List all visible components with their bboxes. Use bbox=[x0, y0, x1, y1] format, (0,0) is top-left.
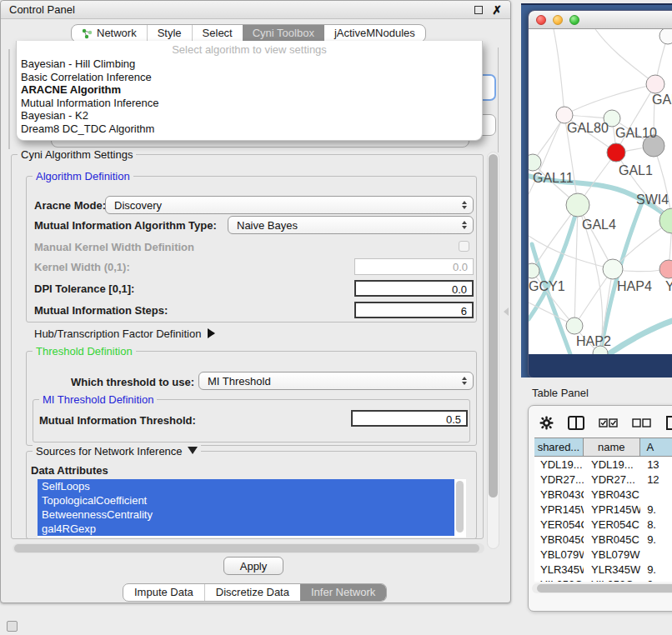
gear-icon[interactable] bbox=[539, 416, 554, 430]
sources-legend: Sources for Network Inference bbox=[36, 445, 183, 458]
sources-disclosure[interactable]: Sources for Network Inference bbox=[33, 445, 201, 458]
network-node-gal1[interactable] bbox=[607, 143, 625, 162]
attribute-list-item[interactable]: SelfLoops bbox=[38, 479, 454, 493]
network-node-gcy1[interactable] bbox=[529, 263, 539, 278]
float-panel-icon[interactable] bbox=[474, 6, 483, 14]
mi-algorithm-type-value: Naive Bayes bbox=[237, 219, 298, 232]
splitpane-collapse-handle[interactable] bbox=[504, 308, 509, 316]
node-label: GAL1 bbox=[619, 163, 653, 178]
network-node-gal[interactable] bbox=[646, 75, 664, 93]
tab-impute-data[interactable]: Impute Data bbox=[123, 584, 204, 601]
table-row[interactable]: YDL19...YDL19...13 bbox=[534, 457, 672, 472]
attributes-scrollbar-thumb[interactable] bbox=[456, 481, 464, 532]
tab-jactivemnodules[interactable]: jActiveMNodules bbox=[324, 25, 425, 42]
algorithm-option[interactable]: Basic Correlation Inference bbox=[17, 71, 482, 84]
kernel-width-field[interactable]: 0.0 bbox=[354, 258, 474, 275]
tab-discretize-data[interactable]: Discretize Data bbox=[204, 584, 300, 601]
mac-zoom-icon[interactable] bbox=[569, 15, 579, 25]
docked-panel-icon[interactable] bbox=[7, 621, 18, 632]
table-panel-window: shared... name A YDL19...YDL19...13YDR27… bbox=[528, 405, 672, 612]
dpi-tolerance-field[interactable]: 0.0 bbox=[354, 280, 474, 297]
table-cell: YLR345W bbox=[534, 563, 584, 576]
split-columns-icon[interactable] bbox=[568, 416, 584, 430]
table-cell: 13 bbox=[640, 458, 672, 471]
table-row[interactable]: YDR27...YDR27...12 bbox=[534, 472, 672, 487]
deselect-all-checkboxes-icon[interactable] bbox=[632, 418, 651, 428]
network-node[interactable] bbox=[659, 29, 672, 44]
column-header-partial[interactable]: A bbox=[640, 438, 672, 456]
table-row[interactable]: YER054CYER054C8. bbox=[534, 517, 672, 532]
settings-vertical-scrollbar[interactable] bbox=[487, 152, 499, 549]
table-cell: 12 bbox=[640, 473, 672, 486]
table-cell: YBR043C bbox=[534, 488, 584, 501]
network-node-gal4[interactable] bbox=[566, 193, 589, 217]
tab-style[interactable]: Style bbox=[147, 25, 192, 42]
table-cell: YBL079W bbox=[534, 548, 584, 561]
table-cell: YIL052C bbox=[534, 578, 584, 582]
network-graph: GALGAL80GAL10GAL1GAL11GAL4SWI4GCY1HAP4YH… bbox=[529, 29, 672, 354]
settings-vscroll-thumb[interactable] bbox=[489, 154, 498, 498]
network-window-titlebar[interactable] bbox=[529, 11, 672, 29]
node-label: GAL11 bbox=[533, 171, 574, 185]
apply-button[interactable]: Apply bbox=[223, 557, 283, 575]
table-row[interactable]: YLR345WYLR345W9. bbox=[534, 562, 672, 577]
tab-network-label: Network bbox=[97, 25, 137, 42]
tab-network[interactable]: Network bbox=[72, 25, 147, 42]
tab-infer-network-label: Infer Network bbox=[311, 584, 375, 601]
table-row[interactable]: YBR045CYBR045C9. bbox=[534, 532, 672, 547]
mac-close-icon[interactable] bbox=[536, 15, 546, 25]
network-node-hap2[interactable] bbox=[566, 318, 583, 334]
data-attributes-list[interactable]: SelfLoopsTopologicalCoefficientBetweenne… bbox=[38, 479, 466, 538]
tab-infer-network[interactable]: Infer Network bbox=[300, 584, 386, 601]
new-column-icon[interactable] bbox=[665, 415, 672, 431]
table-horizontal-scrollbar[interactable] bbox=[532, 583, 672, 593]
table-row[interactable]: YBL079WYBL079W bbox=[534, 547, 672, 562]
close-icon[interactable]: ✗ bbox=[492, 6, 502, 14]
column-header-shared-name[interactable]: shared... bbox=[534, 438, 584, 456]
table-row[interactable]: YBR043CYBR043C bbox=[534, 487, 672, 502]
network-node-y[interactable] bbox=[659, 260, 672, 278]
table-hscroll-thumb[interactable] bbox=[537, 584, 672, 592]
algorithm-option[interactable]: Bayesian - Hill Climbing bbox=[17, 58, 482, 71]
mi-algorithm-type-select[interactable]: Naive Bayes bbox=[228, 216, 474, 234]
which-threshold-select[interactable]: MI Threshold bbox=[198, 372, 474, 390]
algorithm-option[interactable]: Dream8 DC_TDC Algorithm bbox=[17, 122, 482, 136]
table-cell: 9 bbox=[640, 578, 672, 582]
table-row[interactable]: YIL052CYIL052C9 bbox=[534, 577, 672, 582]
tab-jactivemnodules-label: jActiveMNodules bbox=[334, 25, 415, 42]
network-node-gal11[interactable] bbox=[529, 154, 541, 171]
algorithm-option[interactable]: Mutual Information Inference bbox=[17, 97, 482, 110]
table-row[interactable]: YPR145WYPR145W9. bbox=[534, 502, 672, 517]
node-label: GCY1 bbox=[529, 279, 565, 293]
settings-hscroll-thumb[interactable] bbox=[14, 544, 479, 552]
aracne-mode-select[interactable]: Discovery bbox=[105, 196, 474, 214]
attribute-list-item[interactable]: gal4RGexp bbox=[38, 522, 454, 536]
application-root: Control Panel ✗ Network S bbox=[0, 0, 672, 635]
obscured-fieldset-edge bbox=[8, 49, 10, 149]
network-node-labels: GALGAL80GAL10GAL1GAL11GAL4SWI4GCY1HAP4YH… bbox=[529, 92, 672, 348]
algorithm-dropdown-prompt: Select algorithm to view settings bbox=[17, 41, 482, 58]
mi-threshold-field[interactable]: 0.5 bbox=[351, 410, 468, 427]
tab-cyni-toolbox[interactable]: Cyni Toolbox bbox=[243, 25, 324, 42]
settings-horizontal-scrollbar[interactable] bbox=[13, 543, 484, 553]
mi-steps-field[interactable]: 6 bbox=[354, 302, 474, 318]
network-node-hap4[interactable] bbox=[603, 259, 623, 279]
network-canvas[interactable]: GALGAL80GAL10GAL1GAL11GAL4SWI4GCY1HAP4YH… bbox=[529, 29, 672, 354]
table-cell: YDL19... bbox=[534, 458, 584, 471]
manual-kernel-width-checkbox[interactable] bbox=[459, 241, 469, 252]
select-all-checkboxes-icon[interactable] bbox=[599, 418, 618, 428]
attribute-list-item[interactable]: TopologicalCoefficient bbox=[38, 493, 454, 508]
hub-definition-disclosure[interactable]: Hub/Transcription Factor Definition bbox=[34, 328, 215, 340]
attribute-list-item[interactable]: BetweennessCentrality bbox=[38, 508, 454, 522]
algorithm-option[interactable]: ARACNE Algorithm bbox=[17, 83, 482, 97]
column-header-name[interactable]: name bbox=[584, 438, 640, 456]
dpi-tolerance-label: DPI Tolerance [0,1]: bbox=[34, 282, 134, 295]
tab-select[interactable]: Select bbox=[192, 25, 243, 42]
algorithm-option[interactable]: Bayesian - K2 bbox=[17, 109, 482, 122]
table-panel-title: Table Panel bbox=[532, 387, 589, 399]
mi-algorithm-type-label: Mutual Information Algorithm Type: bbox=[34, 219, 217, 232]
mac-minimize-icon[interactable] bbox=[553, 15, 563, 25]
algorithm-dropdown-items: Bayesian - Hill ClimbingBasic Correlatio… bbox=[17, 58, 482, 136]
node-label: GAL80 bbox=[567, 121, 609, 135]
network-nodes[interactable] bbox=[529, 29, 672, 354]
